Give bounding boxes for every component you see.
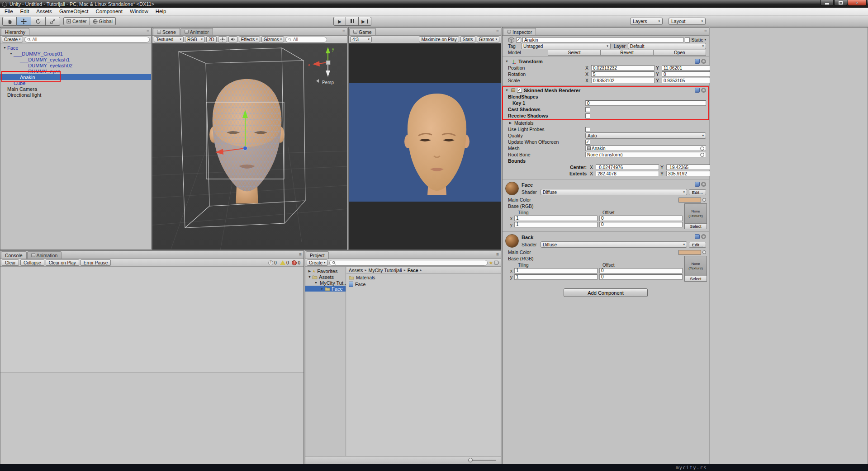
layers-dropdown[interactable]: Layers▾ <box>630 18 663 25</box>
main-color-swatch[interactable] <box>678 198 701 203</box>
shader-dropdown[interactable]: Diffuse▾ <box>541 189 687 195</box>
scale-tool-button[interactable] <box>46 17 60 26</box>
menu-help[interactable]: Help <box>152 8 170 14</box>
breadcrumb-assets[interactable]: Assets <box>349 268 363 273</box>
error-count[interactable]: !0 <box>292 260 300 265</box>
hierarchy-create-dropdown[interactable]: Create▾ <box>2 36 23 42</box>
panel-menu-icon[interactable]: ≡ <box>496 252 499 257</box>
active-checkbox[interactable] <box>516 38 521 42</box>
project-tree-mycity[interactable]: ▼ MyCity Tut... <box>305 280 346 286</box>
project-search-input[interactable] <box>337 260 485 265</box>
scene-search[interactable] <box>285 37 327 42</box>
console-clear-on-play-button[interactable]: Clear on Play <box>46 259 79 266</box>
tab-hierarchy[interactable]: Hierarchy <box>1 28 29 35</box>
foldout-icon[interactable]: ▶ <box>508 121 513 125</box>
hierarchy-item-cube[interactable]: Cube <box>0 80 151 86</box>
info-count[interactable]: !0 <box>268 260 277 265</box>
offset-y-field[interactable] <box>599 222 683 227</box>
panel-menu-icon[interactable]: ≡ <box>147 29 149 33</box>
effects-dropdown[interactable]: Effects▾ <box>239 36 260 42</box>
hierarchy-item-face[interactable]: ▼Face <box>0 45 151 51</box>
pivot-toggle-button[interactable]: Center <box>63 17 90 25</box>
texture-select-button[interactable]: Select <box>685 223 707 229</box>
hierarchy-item-anakin[interactable]: Anakin <box>0 74 151 80</box>
foldout-icon[interactable]: ▼ <box>2 46 7 49</box>
cube-icon[interactable] <box>508 37 515 43</box>
tab-console[interactable]: Console <box>1 251 27 259</box>
label-icon[interactable] <box>494 260 499 265</box>
hierarchy-item-dummy-eyes[interactable]: ___DUMMY_eyes <box>0 68 151 74</box>
maximize-on-play-toggle[interactable]: Maximize on Play <box>419 36 459 42</box>
gear-icon[interactable] <box>701 234 706 239</box>
component-enabled-checkbox[interactable] <box>517 88 522 93</box>
audio-toggle[interactable] <box>228 36 237 42</box>
gear-icon[interactable] <box>701 59 706 64</box>
console-collapse-button[interactable]: Collapse <box>20 259 44 266</box>
offset-y-field[interactable] <box>599 274 683 280</box>
model-revert-button[interactable]: Revert <box>601 50 653 56</box>
console-error-pause-button[interactable]: Error Pause <box>81 259 111 266</box>
foldout-icon[interactable]: ▶ <box>307 269 312 273</box>
panel-menu-icon[interactable]: ≡ <box>342 29 345 33</box>
object-picker-icon[interactable] <box>700 153 704 157</box>
render-mode-dropdown[interactable]: RGB▾ <box>185 36 205 42</box>
position-x-field[interactable] <box>591 65 655 71</box>
tab-game[interactable]: Game <box>349 28 376 35</box>
tiling-x-field[interactable] <box>514 216 598 221</box>
layer-dropdown[interactable]: Default▾ <box>628 43 706 49</box>
add-component-button[interactable]: Add Component <box>564 288 648 297</box>
hierarchy-item-directional-light[interactable]: Directional light <box>0 92 151 98</box>
update-when-offscreen-checkbox[interactable] <box>585 140 590 145</box>
foldout-icon[interactable]: ▼ <box>9 52 14 55</box>
game-viewport[interactable] <box>349 43 501 250</box>
static-checkbox[interactable] <box>685 38 690 42</box>
bounds-extents-x-field[interactable] <box>596 171 659 176</box>
hand-tool-button[interactable] <box>2 17 17 26</box>
cast-shadows-checkbox[interactable] <box>585 107 590 112</box>
panel-menu-icon[interactable]: ≡ <box>299 252 302 257</box>
aspect-ratio-dropdown[interactable]: 4:3▾ <box>350 36 372 42</box>
tab-inspector[interactable]: Inspector <box>503 28 536 35</box>
menu-component[interactable]: Component <box>92 8 126 14</box>
menu-edit[interactable]: Edit <box>17 8 33 14</box>
panel-menu-icon[interactable]: ≡ <box>704 29 707 33</box>
shader-dropdown[interactable]: Diffuse▾ <box>541 241 687 248</box>
thumbnail-zoom-slider[interactable] <box>468 460 496 461</box>
receive-shadows-checkbox[interactable] <box>585 113 590 118</box>
help-book-icon[interactable] <box>695 59 700 64</box>
close-button[interactable]: × <box>848 0 867 6</box>
breadcrumb-face[interactable]: Face <box>408 268 418 273</box>
stats-toggle[interactable]: Stats <box>460 36 475 42</box>
scene-gizmos-dropdown[interactable]: Gizmos▾ <box>261 36 284 42</box>
minimize-button[interactable] <box>821 0 834 6</box>
step-button[interactable]: ▶ <box>359 17 371 26</box>
menu-file[interactable]: File <box>1 8 17 14</box>
offset-x-field[interactable] <box>599 268 683 273</box>
color-picker-icon[interactable] <box>702 198 706 202</box>
move-tool-button[interactable] <box>17 17 31 26</box>
asset-item-face[interactable]: Face <box>346 281 501 287</box>
hierarchy-item-dummy-eyelash02[interactable]: ___DUMMY_eyelash02 <box>0 62 151 68</box>
tag-dropdown[interactable]: Untagged▾ <box>521 43 611 49</box>
quality-dropdown[interactable]: Auto▾ <box>585 132 706 139</box>
key1-field[interactable] <box>585 100 706 106</box>
asset-item-materials[interactable]: Materials <box>346 274 501 281</box>
console-clear-button[interactable]: Clear <box>2 259 19 266</box>
menu-assets[interactable]: Assets <box>33 8 56 14</box>
scale-x-field[interactable] <box>591 78 655 83</box>
panel-menu-icon[interactable]: ≡ <box>496 29 499 33</box>
project-tree-favorites[interactable]: ▶★ Favorites <box>305 268 346 274</box>
offset-x-field[interactable] <box>599 216 683 221</box>
texture-slot[interactable]: None (Texture) Select <box>684 256 707 282</box>
hierarchy-item-main-camera[interactable]: Main Camera <box>0 86 151 92</box>
tab-animator[interactable]: Animator <box>180 28 213 35</box>
mesh-object-field[interactable]: Anakin <box>585 146 706 151</box>
console-log-list[interactable] <box>0 267 304 372</box>
slider-thumb[interactable] <box>468 458 473 462</box>
project-search[interactable] <box>329 260 488 266</box>
foldout-icon[interactable]: ▼ <box>313 281 318 284</box>
object-picker-icon[interactable] <box>700 146 704 151</box>
play-button[interactable]: ▶ <box>333 17 346 26</box>
scene-search-input[interactable] <box>293 37 324 42</box>
tiling-y-field[interactable] <box>514 222 598 227</box>
